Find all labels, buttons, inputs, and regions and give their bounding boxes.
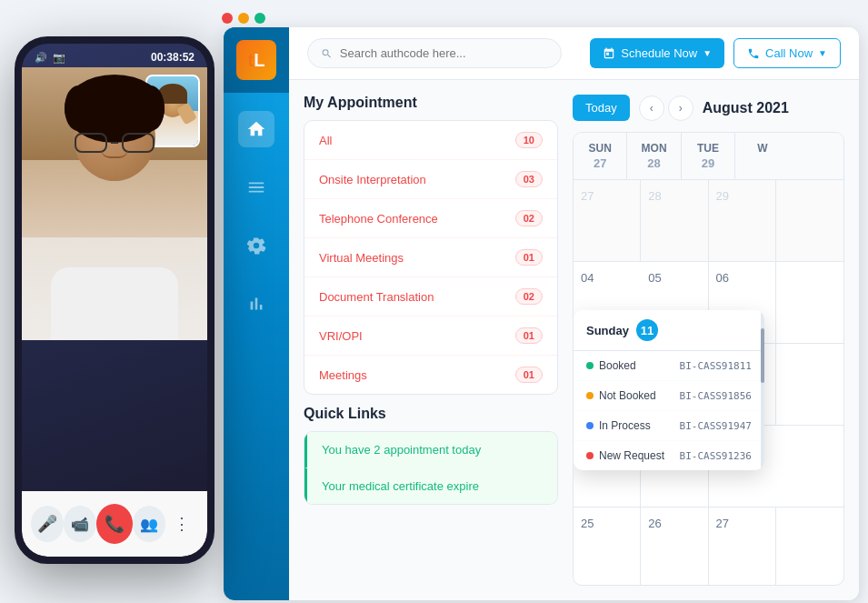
popup-item-booked[interactable]: Booked BI-CASS91811	[574, 351, 764, 381]
sunday-detail-popup: Sunday 11 Booked BI-CASS91811	[574, 310, 764, 470]
cal-cell-28-prev: 28	[641, 180, 708, 262]
today-button[interactable]: Today	[573, 95, 630, 121]
volume-icon: 🔊	[35, 52, 47, 64]
sidebar-item-settings[interactable]	[238, 169, 274, 206]
appointment-item-all[interactable]: All 10	[304, 121, 557, 160]
appointment-count-document: 02	[515, 288, 543, 305]
call-now-label: Call Now	[765, 46, 813, 60]
day-header-tue: TUE 29	[682, 133, 735, 179]
quick-link-certificate-text: Your medical certificate expire	[322, 479, 479, 493]
quick-link-certificate[interactable]: Your medical certificate expire	[304, 468, 557, 504]
calendar-days-header: SUN 27 MON 28 TUE 29 W	[574, 133, 843, 180]
in-process-dot	[586, 422, 594, 429]
left-panel: My Appointment All 10 Onsite Interpretat…	[304, 95, 558, 586]
call-chevron: ▼	[818, 48, 827, 58]
popup-item-new-request[interactable]: New Request BI-CASS91236	[574, 441, 764, 470]
calendar-header: Today ‹ › August 2021	[573, 95, 844, 121]
popup-status-in-process: In Process	[586, 419, 651, 432]
sidebar-navigation	[238, 93, 274, 600]
day-num-28-prev: 28	[636, 156, 671, 170]
appointment-count-onsite: 03	[515, 171, 543, 187]
cal-cell-07[interactable]	[776, 262, 843, 344]
sidebar-item-gear[interactable]	[238, 227, 274, 264]
appointment-name-all: All	[319, 134, 332, 147]
schedule-label: Schedule Now	[621, 46, 697, 60]
new-request-dot	[586, 452, 594, 459]
calendar-icon	[603, 47, 615, 60]
day-header-mon: MON 28	[627, 133, 681, 179]
appointment-item-meetings[interactable]: Meetings 01	[304, 356, 557, 394]
close-dot	[222, 13, 233, 24]
quick-links-list: You have 2 appointment today Your medica…	[304, 431, 558, 505]
quick-link-appointment-text: You have 2 appointment today	[322, 443, 481, 457]
appointment-item-vri[interactable]: VRI/OPI 01	[304, 317, 557, 356]
cal-cell-28[interactable]	[776, 508, 843, 586]
phone-icon	[747, 47, 760, 60]
cal-cell-27[interactable]: 27	[709, 508, 776, 586]
appointment-count-virtual: 01	[515, 249, 543, 266]
appointment-count-telephone: 02	[515, 210, 543, 226]
cal-cell-14[interactable]	[776, 344, 843, 426]
not-booked-id: BI-CASS91856	[680, 390, 752, 402]
main-dashboard: tL	[224, 27, 859, 600]
content-area: My Appointment All 10 Onsite Interpretat…	[289, 80, 859, 600]
cal-cell-21[interactable]	[776, 426, 843, 508]
popup-day-name: Sunday	[586, 324, 629, 337]
sidebar-item-analytics[interactable]	[238, 286, 274, 322]
more-options-button[interactable]: ⋮	[165, 506, 198, 542]
cal-cell-26[interactable]: 26	[641, 508, 708, 586]
camera-icon: 📷	[53, 52, 65, 64]
appointment-count-all: 10	[515, 132, 543, 148]
mute-button[interactable]: 🎤	[31, 506, 64, 542]
quick-links-title: Quick Links	[304, 406, 558, 422]
end-call-button[interactable]: 📞	[96, 504, 133, 544]
participants-button[interactable]: 👥	[133, 506, 165, 542]
appointment-count-vri: 01	[515, 327, 543, 344]
popup-status-not-booked: Not Booked	[586, 389, 656, 402]
popup-scrollbar[interactable]	[761, 310, 764, 470]
appointment-item-telephone[interactable]: Telephone Conference 02	[304, 199, 557, 238]
popup-item-in-process[interactable]: In Process BI-CASS91947	[574, 411, 764, 441]
new-request-label: New Request	[599, 449, 664, 462]
my-appointment-section: My Appointment All 10 Onsite Interpretat…	[304, 95, 558, 395]
calendar-grid: SUN 27 MON 28 TUE 29 W	[573, 132, 844, 586]
day-name-wed: W	[744, 142, 780, 155]
popup-status-new-request: New Request	[586, 449, 664, 462]
sidebar-item-home[interactable]	[238, 111, 274, 147]
video-button[interactable]: 📹	[64, 506, 96, 542]
appointment-name-document: Document Translation	[319, 290, 434, 304]
calendar-month-label: August 2021	[703, 100, 789, 116]
day-name-tue: TUE	[691, 142, 725, 155]
cal-cell-30-prev	[776, 180, 843, 262]
appointment-count-meetings: 01	[515, 367, 543, 383]
logo-icon: tL	[236, 40, 276, 80]
cal-cell-25[interactable]: 25	[574, 508, 641, 586]
booked-label: Booked	[599, 359, 636, 372]
header-action-buttons: Schedule Now ▼ Call Now ▼	[590, 38, 841, 68]
booked-dot	[586, 362, 594, 369]
appointment-list: All 10 Onsite Interpretation 03 Telephon…	[304, 120, 558, 395]
appointment-item-document[interactable]: Document Translation 02	[304, 277, 557, 317]
appointment-item-onsite[interactable]: Onsite Interpretation 03	[304, 160, 557, 199]
sidebar: tL	[224, 27, 289, 600]
search-box[interactable]	[307, 38, 562, 68]
next-month-button[interactable]: ›	[668, 95, 693, 121]
appointment-name-virtual: Virtual Meetings	[319, 251, 404, 265]
day-num-29-prev: 29	[691, 156, 725, 170]
prev-month-button[interactable]: ‹	[639, 95, 664, 121]
search-input[interactable]	[340, 46, 548, 60]
appointment-name-telephone: Telephone Conference	[319, 212, 438, 226]
not-booked-dot	[586, 392, 594, 399]
schedule-chevron: ▼	[703, 48, 712, 58]
day-header-wed: W	[735, 133, 789, 179]
schedule-now-button[interactable]: Schedule Now ▼	[590, 38, 724, 68]
popup-item-not-booked[interactable]: Not Booked BI-CASS91856	[574, 381, 764, 411]
calendar-panel: Today ‹ › August 2021 SUN 27	[573, 95, 844, 586]
appointment-item-virtual[interactable]: Virtual Meetings 01	[304, 238, 557, 277]
quick-link-appointment[interactable]: You have 2 appointment today	[304, 432, 557, 468]
quick-links-section: Quick Links You have 2 appointment today…	[304, 406, 558, 505]
call-now-button[interactable]: Call Now ▼	[733, 38, 841, 68]
in-process-label: In Process	[599, 419, 651, 432]
day-name-sun: SUN	[583, 142, 617, 155]
sidebar-logo: tL	[224, 27, 289, 93]
